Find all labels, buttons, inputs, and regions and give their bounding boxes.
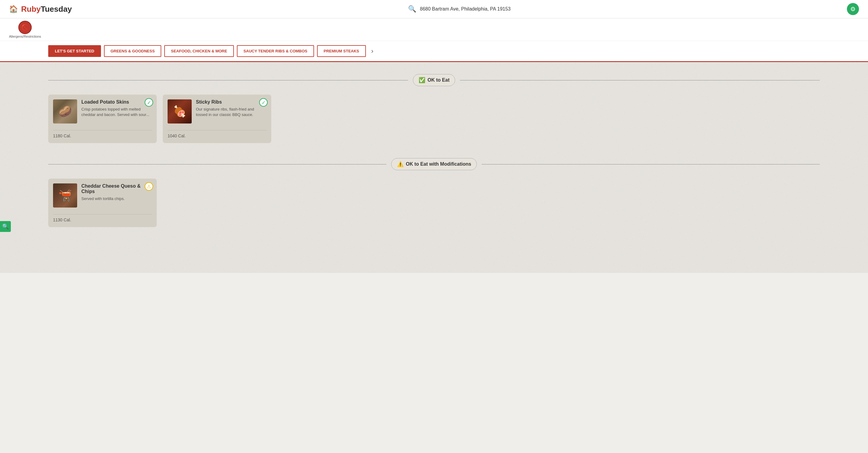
floating-search-button[interactable]: 🔍 <box>0 221 11 232</box>
card-top-ribs: Sticky Ribs Our signature ribs, flash-fr… <box>167 99 267 124</box>
logo-ruby: Ruby <box>21 4 41 13</box>
card-sticky-ribs[interactable]: ✓ Sticky Ribs Our signature ribs, flash-… <box>163 95 271 143</box>
allergens-wrapper[interactable]: 🚫 Allergens/Restrictions <box>9 21 41 38</box>
tab-seafood-chicken[interactable]: SEAFOOD, CHICKEN & MORE <box>164 45 234 57</box>
card-image-queso <box>53 184 77 207</box>
card-cheddar-queso[interactable]: ⚠ Cheddar Cheese Queso & Chips Served wi… <box>48 179 157 227</box>
card-calories-ribs: 1040 Cal. <box>167 130 267 138</box>
divider-right-2 <box>482 164 820 164</box>
logo-area: 🏠 RubyTuesday <box>9 4 72 14</box>
logo-tuesday: Tuesday <box>41 4 72 13</box>
gear-icon: ⚙ <box>850 5 856 13</box>
search-icon-header[interactable]: 🔍 <box>408 5 416 13</box>
modifications-header: ⚠️ OK to Eat with Modifications <box>48 158 820 170</box>
nav-tabs: LET'S GET STARTED GREENS & GOODNESS SEAF… <box>0 41 868 62</box>
card-info-potato: Loaded Potato Skins Crisp potatoes toppe… <box>82 99 152 118</box>
status-ok-icon-potato: ✓ <box>145 98 153 107</box>
allergens-label: Allergens/Restrictions <box>9 35 41 38</box>
tab-premium-steaks[interactable]: PREMIUM STEAKS <box>317 45 366 57</box>
ok-to-eat-icon: ✅ <box>418 77 425 84</box>
card-top-potato: Loaded Potato Skins Crisp potatoes toppe… <box>53 99 152 124</box>
card-info-queso: Cheddar Cheese Queso & Chips Served with… <box>82 184 152 201</box>
warn-icon: ⚠️ <box>397 161 404 167</box>
card-desc-queso: Served with tortilla chips. <box>82 196 152 201</box>
settings-button[interactable]: ⚙ <box>847 3 859 15</box>
divider-left-2 <box>48 164 386 164</box>
search-icon: 🔍 <box>2 223 9 230</box>
card-desc-potato: Crisp potatoes topped with melted chedda… <box>82 107 152 118</box>
card-name-ribs: Sticky Ribs <box>196 99 267 105</box>
modifications-section: ⚠️ OK to Eat with Modifications ⚠ Chedda… <box>48 158 820 227</box>
card-top-queso: Cheddar Cheese Queso & Chips Served with… <box>53 184 152 207</box>
ok-to-eat-section: ✅ OK to Eat ✓ Loaded Potato Skins Crisp … <box>48 74 820 143</box>
ok-to-eat-label: OK to Eat <box>428 77 450 83</box>
divider-left-1 <box>48 80 408 80</box>
modifications-cards: ⚠ Cheddar Cheese Queso & Chips Served wi… <box>48 179 820 227</box>
location-address: 8680 Bartram Ave, Philadelphia, PA 19153 <box>420 6 510 12</box>
card-calories-potato: 1180 Cal. <box>53 130 152 138</box>
main-content: ✅ OK to Eat ✓ Loaded Potato Skins Crisp … <box>0 62 868 273</box>
ok-to-eat-header: ✅ OK to Eat <box>48 74 820 86</box>
card-image-ribs <box>167 99 192 124</box>
nav-next-arrow[interactable]: › <box>369 46 376 56</box>
wheat-crossed-icon: 🚫 <box>22 24 29 31</box>
allergens-icon: 🚫 <box>19 21 32 34</box>
card-name-queso: Cheddar Cheese Queso & Chips <box>82 184 152 194</box>
status-ok-icon-ribs: ✓ <box>259 98 268 107</box>
tab-lets-get-started[interactable]: LET'S GET STARTED <box>48 45 101 57</box>
card-desc-ribs: Our signature ribs, flash-fried and toss… <box>196 107 267 118</box>
card-loaded-potato-skins[interactable]: ✓ Loaded Potato Skins Crisp potatoes top… <box>48 95 157 143</box>
modifications-badge: ⚠️ OK to Eat with Modifications <box>391 158 477 170</box>
card-info-ribs: Sticky Ribs Our signature ribs, flash-fr… <box>196 99 267 118</box>
tab-greens-goodness[interactable]: GREENS & GOODNESS <box>104 45 161 57</box>
divider-right-1 <box>460 80 820 80</box>
status-warn-icon-queso: ⚠ <box>145 182 153 191</box>
header-center: 🔍 8680 Bartram Ave, Philadelphia, PA 191… <box>408 5 510 13</box>
logo: RubyTuesday <box>21 4 72 14</box>
card-image-potato <box>53 99 77 124</box>
ok-to-eat-badge: ✅ OK to Eat <box>413 74 456 86</box>
house-icon: 🏠 <box>9 5 18 13</box>
tab-saucy-tender-ribs[interactable]: SAUCY TENDER RIBS & COMBOS <box>237 45 314 57</box>
card-name-potato: Loaded Potato Skins <box>82 99 152 105</box>
modifications-label: OK to Eat with Modifications <box>406 161 471 167</box>
header: 🏠 RubyTuesday 🔍 8680 Bartram Ave, Philad… <box>0 0 868 19</box>
ok-to-eat-cards: ✓ Loaded Potato Skins Crisp potatoes top… <box>48 95 820 143</box>
card-calories-queso: 1130 Cal. <box>53 214 152 222</box>
allergens-bar: 🚫 Allergens/Restrictions <box>0 19 868 41</box>
